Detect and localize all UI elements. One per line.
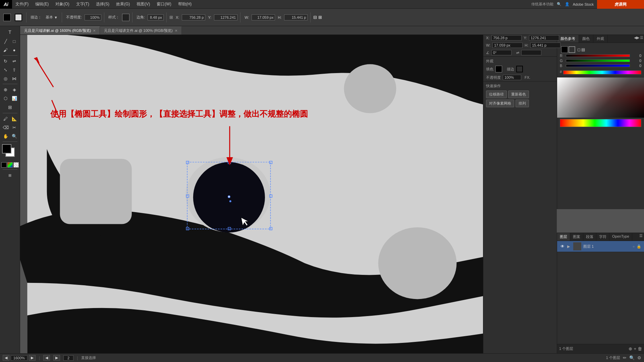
prev-page-btn[interactable]: ◀ bbox=[43, 355, 50, 361]
layers-tab-character[interactable]: 字符 bbox=[596, 233, 609, 241]
btn-offset-path[interactable]: 位移路径 bbox=[486, 90, 507, 98]
status-zoom-icon[interactable]: 🔍 bbox=[629, 355, 635, 360]
user-icon[interactable]: 👤 bbox=[565, 2, 570, 6]
status-edit-icon[interactable]: ✏ bbox=[623, 355, 627, 360]
menu-text[interactable]: 文字(T) bbox=[73, 0, 93, 9]
rotate-tool[interactable]: ↻ bbox=[1, 57, 10, 65]
menu-file[interactable]: 文件(F) bbox=[12, 0, 32, 9]
next-page-btn[interactable]: ▶ bbox=[53, 355, 60, 361]
shear-tool[interactable]: ⇧ bbox=[10, 65, 19, 74]
zoom-input[interactable] bbox=[11, 355, 28, 361]
toolbar-opacity-input[interactable] bbox=[85, 14, 101, 20]
color-picker-field[interactable] bbox=[557, 77, 644, 118]
toolbar-stroke-color-box[interactable] bbox=[15, 14, 22, 21]
fill-color-box[interactable] bbox=[495, 66, 502, 72]
layer-name[interactable]: 图层 1 bbox=[583, 244, 631, 249]
none-swatch[interactable] bbox=[1, 162, 7, 168]
props-rotation-input[interactable] bbox=[491, 50, 512, 55]
reflect-tool[interactable]: ⇌ bbox=[10, 57, 19, 65]
props-x-input[interactable] bbox=[491, 35, 522, 41]
fill-swatch-display[interactable] bbox=[561, 46, 568, 53]
tab-document-2[interactable]: 元且是只端讲文件.ai @ 100% (RGB/预览) ✕ bbox=[100, 26, 181, 35]
foreground-color[interactable] bbox=[2, 144, 11, 154]
scissors-tool[interactable]: ✂ bbox=[10, 123, 19, 132]
panel-flyout-icon[interactable]: ☰ bbox=[640, 36, 643, 42]
blob-brush-tool[interactable]: ● bbox=[10, 46, 19, 54]
stroke-color-box[interactable] bbox=[516, 66, 523, 72]
scale-tool[interactable]: ⤡ bbox=[1, 65, 10, 74]
tab-2-close[interactable]: ✕ bbox=[175, 29, 177, 33]
warp-tool[interactable]: ◎ bbox=[1, 74, 10, 83]
distribute-icon[interactable]: ⊞ bbox=[318, 15, 322, 20]
shape-builder-tool[interactable]: ⊕ bbox=[1, 85, 10, 94]
paintbrush-tool[interactable]: 🖌 bbox=[1, 46, 10, 54]
props-w-input[interactable] bbox=[492, 43, 523, 48]
tab-color[interactable]: 颜色 bbox=[579, 35, 593, 43]
toolbar-style-box[interactable] bbox=[122, 14, 129, 21]
perspective-tool[interactable]: ⬡ bbox=[1, 94, 10, 103]
gradient-swatch[interactable] bbox=[7, 162, 13, 168]
type-tool[interactable]: T bbox=[2, 28, 18, 37]
tab-appearance-panel[interactable]: 外观 bbox=[593, 35, 608, 43]
r-slider[interactable] bbox=[566, 54, 630, 57]
layer-lock-icon[interactable]: 🔒 bbox=[637, 244, 641, 249]
stroke-swatch-display[interactable] bbox=[569, 46, 575, 53]
layers-flyout[interactable]: ☰ bbox=[638, 233, 644, 241]
toolbar-mode-selector[interactable] bbox=[2, 13, 12, 22]
props-y-input[interactable] bbox=[529, 35, 559, 41]
panel-expand-icon[interactable]: ◀▶ bbox=[634, 36, 639, 42]
layers-tab-opentype[interactable]: OpenType bbox=[609, 233, 632, 241]
eraser-tool[interactable]: ⌫ bbox=[1, 123, 10, 132]
g-slider[interactable] bbox=[566, 59, 630, 62]
eyedropper-tool[interactable]: 🖊 bbox=[1, 114, 10, 123]
width-tool[interactable]: ⋈ bbox=[10, 74, 19, 83]
color-panel-icon2[interactable]: ▤ bbox=[581, 47, 585, 52]
btn-arrange[interactable]: 排列 bbox=[516, 100, 529, 107]
toolbar-h-input[interactable] bbox=[284, 14, 308, 20]
props-scale-input[interactable] bbox=[521, 50, 541, 55]
toolbar-y-input[interactable] bbox=[214, 14, 237, 20]
layers-tab-paragraph[interactable]: 段落 bbox=[583, 233, 596, 241]
delete-layer-btn[interactable]: 🗑 bbox=[638, 346, 642, 351]
color-spectrum[interactable] bbox=[563, 70, 641, 74]
menu-help[interactable]: 帮助(H) bbox=[175, 0, 195, 9]
btn-align-pixel[interactable]: 对齐像素网格 bbox=[486, 100, 514, 107]
color-panel-icon1[interactable]: ◻ bbox=[577, 47, 581, 52]
adobe-stock-link[interactable]: Adobe Stock bbox=[573, 2, 594, 6]
rect-tool[interactable]: □ bbox=[10, 37, 19, 46]
tab-document-1[interactable]: 元且是只端讲解.ai @ 1600% (RGB/预览) ✕ bbox=[20, 26, 100, 35]
toolbar-fill-color[interactable] bbox=[3, 14, 11, 21]
props-opacity-input[interactable] bbox=[503, 75, 521, 80]
toolbar-w-input[interactable] bbox=[252, 14, 275, 20]
tab-1-close[interactable]: ✕ bbox=[93, 29, 96, 33]
status-settings-icon[interactable]: ⚙ bbox=[637, 355, 641, 360]
menu-view[interactable]: 视图(V) bbox=[133, 0, 153, 9]
canvas-area[interactable]: 使用【椭圆工具】绘制圆形，【直接选择工具】调整，做出不规整的椭圆 bbox=[20, 35, 557, 353]
menu-effect[interactable]: 效果(G) bbox=[113, 0, 133, 9]
graph-tool[interactable]: 📊 bbox=[10, 94, 19, 103]
props-h-input[interactable] bbox=[530, 43, 560, 48]
zoom-tool[interactable]: 🔍 bbox=[10, 132, 19, 140]
line-tool[interactable]: ╱ bbox=[1, 37, 10, 46]
menu-object[interactable]: 对象(O) bbox=[52, 0, 72, 9]
live-paint-tool[interactable]: ◈ bbox=[10, 85, 19, 94]
layer-item-1[interactable]: 👁 ▶ 图层 1 ○ 🔒 bbox=[557, 241, 644, 252]
b-slider[interactable] bbox=[566, 64, 630, 67]
toolbar-corner-input[interactable] bbox=[148, 14, 164, 20]
menu-window[interactable]: 窗口(W) bbox=[153, 0, 174, 9]
measure-tool[interactable]: 📐 bbox=[10, 114, 19, 123]
hue-gradient-bar[interactable] bbox=[560, 119, 641, 127]
artboard-tool[interactable]: ⊞ bbox=[2, 171, 18, 180]
zoom-out-btn[interactable]: ◀ bbox=[3, 355, 9, 361]
toolbar-stroke-dropdown[interactable]: 基本 ▼ bbox=[44, 14, 59, 20]
menu-select[interactable]: 选择(S) bbox=[93, 0, 113, 9]
create-layer-btn[interactable]: + bbox=[634, 346, 636, 351]
layers-tab-pattern[interactable]: 图案 bbox=[570, 233, 583, 241]
none-fill-swatch[interactable] bbox=[13, 162, 19, 168]
layers-tab-layers[interactable]: 图层 bbox=[557, 233, 570, 241]
align-icon[interactable]: ⊟ bbox=[313, 15, 317, 20]
btn-recolor[interactable]: 重新着色 bbox=[508, 90, 529, 98]
layer-expand-icon[interactable]: ▶ bbox=[567, 244, 570, 249]
create-sublayer-btn[interactable]: ⊕ bbox=[629, 346, 632, 351]
search-icon[interactable]: 🔍 bbox=[557, 2, 561, 6]
